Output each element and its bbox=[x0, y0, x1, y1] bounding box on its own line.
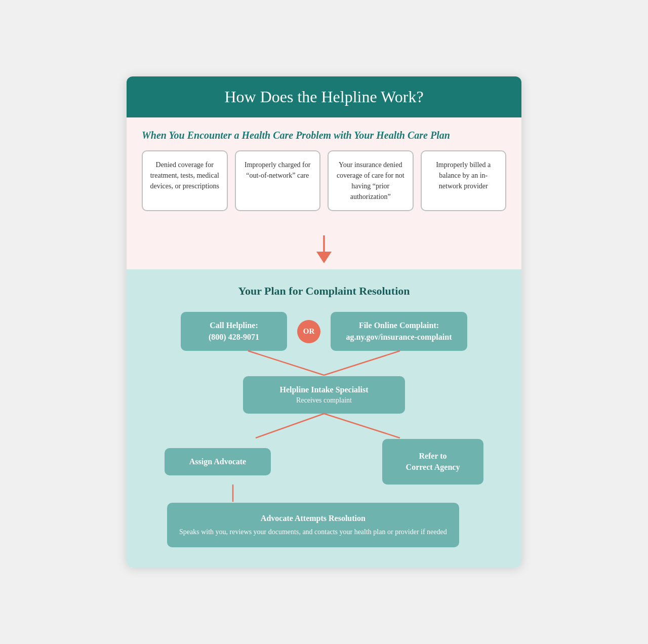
svg-line-2 bbox=[248, 351, 324, 375]
problem-cards: Denied coverage for treatment, tests, me… bbox=[142, 150, 506, 211]
svg-line-4 bbox=[256, 414, 324, 438]
bottom-title: Your Plan for Complaint Resolution bbox=[147, 285, 501, 298]
connector-2 bbox=[147, 414, 501, 439]
header: How Does the Helpline Work? bbox=[127, 76, 521, 117]
row-advocate-resolution: Advocate Attempts Resolution Speaks with… bbox=[147, 503, 501, 547]
advocate-resolution-box: Advocate Attempts Resolution Speaks with… bbox=[167, 503, 459, 547]
diverge-arrow-icon bbox=[182, 414, 466, 439]
row-assign-refer: Assign Advocate Refer toCorrect Agency bbox=[147, 439, 501, 485]
call-helpline-label: Call Helpline: bbox=[192, 320, 276, 331]
helpline-intake-title: Helpline Intake Specialist bbox=[254, 384, 394, 395]
problem-card-2: Improperly charged for “out-of-network” … bbox=[235, 150, 321, 211]
assign-advocate-box: Assign Advocate bbox=[165, 448, 271, 475]
top-subtitle: When You Encounter a Health Care Problem… bbox=[142, 130, 506, 141]
svg-line-3 bbox=[324, 351, 400, 375]
call-helpline-phone: (800) 428-9071 bbox=[192, 332, 276, 343]
refer-agency-box: Refer toCorrect Agency bbox=[382, 439, 483, 485]
file-online-url: ag.ny.gov/insurance-complaint bbox=[342, 332, 456, 343]
bottom-section: Your Plan for Complaint Resolution Call … bbox=[127, 269, 521, 568]
advocate-resolution-subtitle: Speaks with you, reviews your documents,… bbox=[179, 527, 447, 537]
problem-card-3: Your insurance denied coverage of care f… bbox=[328, 150, 414, 211]
helpline-intake-subtitle: Receives complaint bbox=[254, 395, 394, 406]
down-arrow-icon bbox=[311, 235, 337, 263]
svg-line-5 bbox=[324, 414, 400, 438]
header-title: How Does the Helpline Work? bbox=[142, 88, 506, 106]
connector-1 bbox=[147, 351, 501, 376]
file-online-box: File Online Complaint: ag.ny.gov/insuran… bbox=[331, 312, 467, 351]
problem-card-1: Denied coverage for treatment, tests, me… bbox=[142, 150, 228, 211]
call-helpline-box: Call Helpline: (800) 428-9071 bbox=[181, 312, 287, 351]
advocate-resolution-title: Advocate Attempts Resolution bbox=[179, 513, 447, 524]
row-helpline: Helpline Intake Specialist Receives comp… bbox=[147, 376, 501, 414]
row-call-file: Call Helpline: (800) 428-9071 OR File On… bbox=[147, 312, 501, 351]
or-circle: OR bbox=[297, 320, 320, 343]
top-section: When You Encounter a Health Care Problem… bbox=[127, 117, 521, 226]
file-online-label: File Online Complaint: bbox=[342, 320, 456, 331]
helpline-intake-box: Helpline Intake Specialist Receives comp… bbox=[243, 376, 405, 414]
svg-marker-1 bbox=[316, 252, 332, 263]
connector-3 bbox=[147, 485, 501, 503]
top-to-bottom-arrow bbox=[127, 226, 521, 269]
converge-arrow-icon bbox=[182, 351, 466, 376]
vertical-arrow-icon bbox=[202, 485, 263, 503]
problem-card-4: Improperly billed a balance by an in-net… bbox=[421, 150, 507, 211]
infographic: How Does the Helpline Work? When You Enc… bbox=[127, 76, 521, 568]
assign-advocate-label: Assign Advocate bbox=[176, 456, 260, 467]
refer-agency-label: Refer toCorrect Agency bbox=[406, 451, 460, 473]
